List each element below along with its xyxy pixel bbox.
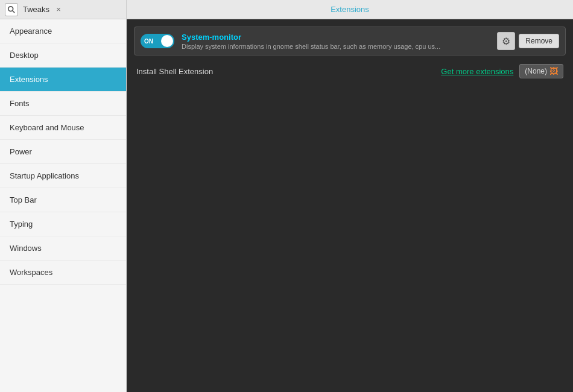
title-bar-right: Extensions (127, 0, 573, 19)
svg-point-0 (8, 6, 13, 11)
extension-card: ON System-monitor Display system informa… (134, 27, 566, 55)
sidebar-item-power[interactable]: Power (0, 140, 126, 164)
sidebar-item-fonts[interactable]: Fonts (0, 92, 126, 116)
sidebar-item-keyboard-and-mouse[interactable]: Keyboard and Mouse (0, 116, 126, 140)
toggle-knob (161, 35, 173, 47)
extension-description: Display system informations in gnome she… (182, 43, 497, 50)
app-title: Tweaks (23, 5, 49, 14)
extension-actions: ⚙ Remove (497, 32, 559, 50)
toggle-label: ON (144, 38, 153, 45)
sidebar-item-workspaces[interactable]: Workspaces (0, 261, 126, 285)
extension-toggle[interactable]: ON (141, 34, 174, 48)
extension-name: System-monitor (182, 33, 497, 42)
main-layout: Appearance Desktop Extensions Fonts Keyb… (0, 19, 573, 392)
section-title: Extensions (331, 5, 369, 14)
sidebar-item-windows[interactable]: Windows (0, 236, 126, 261)
search-button[interactable] (5, 3, 18, 16)
none-label: (None) (525, 67, 547, 75)
get-more-extensions-link[interactable]: Get more extensions (441, 67, 513, 76)
svg-line-1 (13, 10, 15, 13)
install-bar: Install Shell Extension Get more extensi… (134, 60, 566, 82)
sidebar-item-typing[interactable]: Typing (0, 212, 126, 236)
remove-button[interactable]: Remove (519, 34, 559, 48)
none-icon: 🖼 (549, 66, 558, 76)
none-dropdown[interactable]: (None) 🖼 (519, 64, 563, 78)
sidebar-item-appearance[interactable]: Appearance (0, 19, 126, 43)
sidebar-item-extensions[interactable]: Extensions (0, 68, 126, 92)
title-bar-left: Tweaks × (0, 0, 127, 19)
title-bar: Tweaks × Extensions (0, 0, 573, 19)
sidebar-item-top-bar[interactable]: Top Bar (0, 188, 126, 212)
sidebar-item-startup-applications[interactable]: Startup Applications (0, 164, 126, 188)
extension-settings-button[interactable]: ⚙ (497, 32, 515, 50)
sidebar-item-desktop[interactable]: Desktop (0, 43, 126, 68)
extension-info: System-monitor Display system informatio… (182, 33, 497, 50)
install-label: Install Shell Extension (136, 67, 441, 76)
content-area: ON System-monitor Display system informa… (127, 19, 573, 392)
sidebar: Appearance Desktop Extensions Fonts Keyb… (0, 19, 127, 392)
gear-icon: ⚙ (502, 36, 510, 47)
close-button[interactable]: × (53, 4, 64, 15)
